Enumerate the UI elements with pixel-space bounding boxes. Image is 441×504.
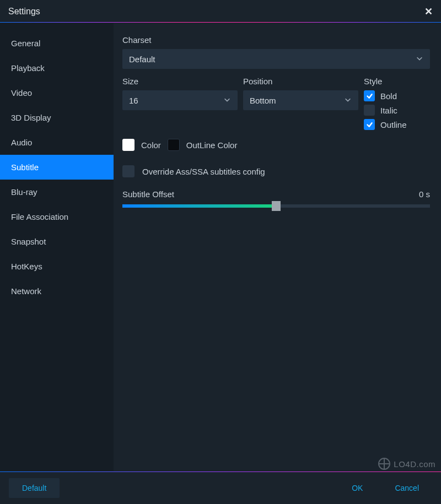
position-select[interactable]: Bottom <box>243 90 358 110</box>
style-italic-label: Italic <box>380 106 397 115</box>
sidebar-item-subtitle[interactable]: Subtitle <box>0 155 114 180</box>
style-bold-label: Bold <box>380 91 397 101</box>
style-outline-label: Outline <box>380 120 407 129</box>
sidebar-item-audio[interactable]: Audio <box>0 130 114 155</box>
color-row: Color OutLine Color <box>122 139 430 151</box>
footer: Default OK Cancel <box>0 471 441 504</box>
color-label: Color <box>141 140 161 150</box>
sidebar: General Playback Video 3D Display Audio … <box>0 23 114 471</box>
window-body: General Playback Video 3D Display Audio … <box>0 23 441 471</box>
subtitle-offset-value: 0 s <box>419 189 430 199</box>
chevron-down-icon <box>344 96 352 105</box>
checkbox-icon <box>364 105 375 116</box>
sidebar-item-hotkeys[interactable]: HotKeys <box>0 254 114 279</box>
position-field: Position Bottom <box>243 77 358 130</box>
style-italic-checkbox[interactable]: Italic <box>364 105 430 116</box>
default-button[interactable]: Default <box>9 478 60 498</box>
override-label: Override Ass/SSA subtitles config <box>142 167 265 176</box>
charset-label: Charset <box>122 35 430 45</box>
subtitle-offset-label: Subtitle Offset <box>122 189 174 199</box>
charset-select[interactable]: Default <box>122 49 430 69</box>
outline-color-label: OutLine Color <box>186 140 238 150</box>
checkbox-icon <box>364 90 375 101</box>
style-outline-checkbox[interactable]: Outline <box>364 119 430 130</box>
ok-button[interactable]: OK <box>338 478 376 498</box>
size-label: Size <box>122 77 238 86</box>
style-field: Style Bold Italic Outline <box>364 77 430 130</box>
sidebar-item-general[interactable]: General <box>0 31 114 56</box>
slider-thumb[interactable] <box>272 201 281 211</box>
sidebar-item-file-association[interactable]: File Association <box>0 204 114 229</box>
outline-color-swatch[interactable] <box>168 139 180 151</box>
sidebar-item-video[interactable]: Video <box>0 80 114 105</box>
slider-fill <box>122 204 276 208</box>
sidebar-item-snapshot[interactable]: Snapshot <box>0 229 114 254</box>
style-label: Style <box>364 77 430 86</box>
cancel-button[interactable]: Cancel <box>381 478 432 498</box>
checkbox-icon <box>364 119 375 130</box>
window-title: Settings <box>8 7 40 17</box>
override-checkbox[interactable]: Override Ass/SSA subtitles config <box>122 165 430 177</box>
size-select[interactable]: 16 <box>122 90 238 110</box>
titlebar: Settings ✕ <box>0 0 441 23</box>
close-icon[interactable]: ✕ <box>424 7 433 17</box>
settings-panel: Charset Default Size 16 Position Bottom <box>114 23 441 471</box>
charset-value: Default <box>129 55 155 64</box>
subtitle-offset-slider[interactable] <box>122 204 430 208</box>
size-field: Size 16 <box>122 77 238 130</box>
checkbox-icon <box>122 165 135 177</box>
sidebar-item-network[interactable]: Network <box>0 279 114 304</box>
size-value: 16 <box>129 96 138 105</box>
color-swatch[interactable] <box>122 139 135 151</box>
position-value: Bottom <box>250 96 276 105</box>
style-bold-checkbox[interactable]: Bold <box>364 90 430 101</box>
chevron-down-icon <box>416 55 423 64</box>
subtitle-offset-field: Subtitle Offset 0 s <box>122 189 430 208</box>
sidebar-item-playback[interactable]: Playback <box>0 56 114 80</box>
sidebar-item-bluray[interactable]: Blu-ray <box>0 180 114 204</box>
position-label: Position <box>243 77 358 86</box>
chevron-down-icon <box>223 96 231 105</box>
sidebar-item-3d-display[interactable]: 3D Display <box>0 105 114 130</box>
